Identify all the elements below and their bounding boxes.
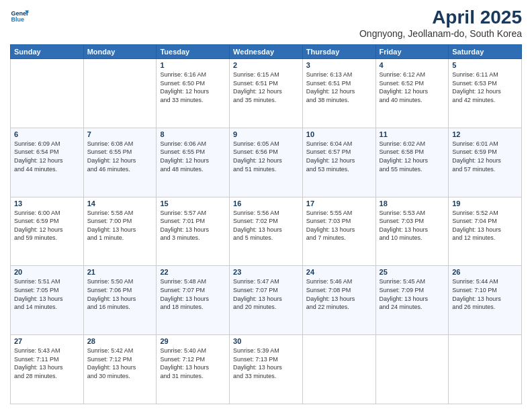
- col-monday: Monday: [83, 45, 157, 59]
- table-row: 14Sunrise: 5:58 AM Sunset: 7:00 PM Dayli…: [83, 197, 157, 266]
- day-info: Sunrise: 6:16 AM Sunset: 6:50 PM Dayligh…: [160, 71, 226, 104]
- calendar-week-2: 6Sunrise: 6:09 AM Sunset: 6:54 PM Daylig…: [11, 128, 522, 197]
- table-row: 25Sunrise: 5:45 AM Sunset: 7:09 PM Dayli…: [375, 266, 449, 335]
- table-row: 30Sunrise: 5:39 AM Sunset: 7:13 PM Dayli…: [230, 335, 303, 404]
- logo: General Blue: [10, 7, 29, 26]
- day-info: Sunrise: 6:11 AM Sunset: 6:53 PM Dayligh…: [452, 71, 518, 104]
- table-row: [11, 59, 84, 128]
- day-info: Sunrise: 5:52 AM Sunset: 7:04 PM Dayligh…: [452, 209, 518, 242]
- svg-text:Blue: Blue: [11, 16, 24, 23]
- day-info: Sunrise: 6:12 AM Sunset: 6:52 PM Dayligh…: [380, 71, 445, 104]
- table-row: 6Sunrise: 6:09 AM Sunset: 6:54 PM Daylig…: [11, 128, 84, 197]
- col-saturday: Saturday: [449, 45, 522, 59]
- day-number: 19: [452, 199, 518, 208]
- table-row: 4Sunrise: 6:12 AM Sunset: 6:52 PM Daylig…: [375, 59, 449, 128]
- day-info: Sunrise: 5:39 AM Sunset: 7:13 PM Dayligh…: [233, 347, 299, 380]
- day-info: Sunrise: 5:40 AM Sunset: 7:12 PM Dayligh…: [160, 347, 226, 380]
- calendar-table: Sunday Monday Tuesday Wednesday Thursday…: [10, 44, 522, 404]
- day-number: 24: [306, 268, 372, 276]
- day-number: 25: [380, 268, 445, 276]
- day-info: Sunrise: 5:43 AM Sunset: 7:11 PM Dayligh…: [14, 347, 80, 380]
- calendar-header-row: Sunday Monday Tuesday Wednesday Thursday…: [11, 45, 522, 59]
- main-title: April 2025: [359, 7, 522, 28]
- subtitle: Ongnyong, Jeollanam-do, South Korea: [359, 28, 522, 39]
- table-row: [302, 335, 375, 404]
- table-row: 11Sunrise: 6:02 AM Sunset: 6:58 PM Dayli…: [375, 128, 449, 197]
- col-friday: Friday: [375, 45, 449, 59]
- day-number: 14: [87, 199, 153, 208]
- day-info: Sunrise: 6:05 AM Sunset: 6:56 PM Dayligh…: [233, 140, 299, 173]
- table-row: 13Sunrise: 6:00 AM Sunset: 6:59 PM Dayli…: [11, 197, 84, 266]
- day-number: 22: [160, 268, 226, 276]
- day-number: 16: [233, 199, 299, 208]
- table-row: 19Sunrise: 5:52 AM Sunset: 7:04 PM Dayli…: [449, 197, 522, 266]
- day-info: Sunrise: 5:58 AM Sunset: 7:00 PM Dayligh…: [87, 209, 153, 242]
- table-row: 24Sunrise: 5:46 AM Sunset: 7:08 PM Dayli…: [302, 266, 375, 335]
- day-number: 13: [14, 199, 80, 208]
- table-row: 26Sunrise: 5:44 AM Sunset: 7:10 PM Dayli…: [449, 266, 522, 335]
- calendar-week-5: 27Sunrise: 5:43 AM Sunset: 7:11 PM Dayli…: [11, 335, 522, 404]
- day-number: 9: [233, 130, 299, 138]
- day-info: Sunrise: 5:56 AM Sunset: 7:02 PM Dayligh…: [233, 209, 299, 242]
- calendar-week-4: 20Sunrise: 5:51 AM Sunset: 7:05 PM Dayli…: [11, 266, 522, 335]
- table-row: 21Sunrise: 5:50 AM Sunset: 7:06 PM Dayli…: [83, 266, 157, 335]
- table-row: 12Sunrise: 6:01 AM Sunset: 6:59 PM Dayli…: [449, 128, 522, 197]
- title-block: April 2025 Ongnyong, Jeollanam-do, South…: [359, 7, 522, 39]
- table-row: 28Sunrise: 5:42 AM Sunset: 7:12 PM Dayli…: [83, 335, 157, 404]
- col-thursday: Thursday: [302, 45, 375, 59]
- table-row: 18Sunrise: 5:53 AM Sunset: 7:03 PM Dayli…: [375, 197, 449, 266]
- table-row: 15Sunrise: 5:57 AM Sunset: 7:01 PM Dayli…: [157, 197, 230, 266]
- table-row: [83, 59, 157, 128]
- table-row: 1Sunrise: 6:16 AM Sunset: 6:50 PM Daylig…: [157, 59, 230, 128]
- day-number: 1: [160, 61, 226, 69]
- day-info: Sunrise: 6:09 AM Sunset: 6:54 PM Dayligh…: [14, 140, 80, 173]
- day-number: 29: [160, 337, 226, 345]
- table-row: 9Sunrise: 6:05 AM Sunset: 6:56 PM Daylig…: [230, 128, 303, 197]
- day-info: Sunrise: 6:06 AM Sunset: 6:55 PM Dayligh…: [160, 140, 226, 173]
- day-number: 10: [306, 130, 372, 138]
- day-info: Sunrise: 6:08 AM Sunset: 6:55 PM Dayligh…: [87, 140, 153, 173]
- header: General Blue April 2025 Ongnyong, Jeolla…: [10, 7, 522, 39]
- table-row: 17Sunrise: 5:55 AM Sunset: 7:03 PM Dayli…: [302, 197, 375, 266]
- day-info: Sunrise: 6:04 AM Sunset: 6:57 PM Dayligh…: [306, 140, 372, 173]
- table-row: [375, 335, 449, 404]
- day-info: Sunrise: 5:55 AM Sunset: 7:03 PM Dayligh…: [306, 209, 372, 242]
- day-number: 17: [306, 199, 372, 208]
- day-number: 21: [87, 268, 153, 276]
- day-number: 8: [160, 130, 226, 138]
- day-number: 27: [14, 337, 80, 345]
- day-info: Sunrise: 5:53 AM Sunset: 7:03 PM Dayligh…: [380, 209, 445, 242]
- day-number: 26: [452, 268, 518, 276]
- table-row: [449, 335, 522, 404]
- day-number: 7: [87, 130, 153, 138]
- day-info: Sunrise: 5:45 AM Sunset: 7:09 PM Dayligh…: [380, 277, 445, 311]
- day-number: 12: [452, 130, 518, 138]
- table-row: 7Sunrise: 6:08 AM Sunset: 6:55 PM Daylig…: [83, 128, 157, 197]
- day-number: 6: [14, 130, 80, 138]
- table-row: 2Sunrise: 6:15 AM Sunset: 6:51 PM Daylig…: [230, 59, 303, 128]
- day-info: Sunrise: 5:48 AM Sunset: 7:07 PM Dayligh…: [160, 277, 226, 311]
- col-tuesday: Tuesday: [157, 45, 230, 59]
- day-info: Sunrise: 6:02 AM Sunset: 6:58 PM Dayligh…: [380, 140, 445, 173]
- day-number: 20: [14, 268, 80, 276]
- day-number: 18: [380, 199, 445, 208]
- day-number: 3: [306, 61, 372, 69]
- day-info: Sunrise: 5:44 AM Sunset: 7:10 PM Dayligh…: [452, 277, 518, 311]
- table-row: 3Sunrise: 6:13 AM Sunset: 6:51 PM Daylig…: [302, 59, 375, 128]
- calendar-week-1: 1Sunrise: 6:16 AM Sunset: 6:50 PM Daylig…: [11, 59, 522, 128]
- col-wednesday: Wednesday: [230, 45, 303, 59]
- day-info: Sunrise: 5:51 AM Sunset: 7:05 PM Dayligh…: [14, 277, 80, 311]
- day-number: 2: [233, 61, 299, 69]
- col-sunday: Sunday: [11, 45, 84, 59]
- day-info: Sunrise: 5:50 AM Sunset: 7:06 PM Dayligh…: [87, 277, 153, 311]
- day-number: 15: [160, 199, 226, 208]
- day-number: 5: [452, 61, 518, 69]
- day-info: Sunrise: 5:47 AM Sunset: 7:07 PM Dayligh…: [233, 277, 299, 311]
- day-info: Sunrise: 5:46 AM Sunset: 7:08 PM Dayligh…: [306, 277, 372, 311]
- table-row: 23Sunrise: 5:47 AM Sunset: 7:07 PM Dayli…: [230, 266, 303, 335]
- day-number: 11: [380, 130, 445, 138]
- day-info: Sunrise: 5:42 AM Sunset: 7:12 PM Dayligh…: [87, 347, 153, 380]
- day-info: Sunrise: 6:01 AM Sunset: 6:59 PM Dayligh…: [452, 140, 518, 173]
- day-info: Sunrise: 6:15 AM Sunset: 6:51 PM Dayligh…: [233, 71, 299, 104]
- page: General Blue April 2025 Ongnyong, Jeolla…: [0, 0, 532, 411]
